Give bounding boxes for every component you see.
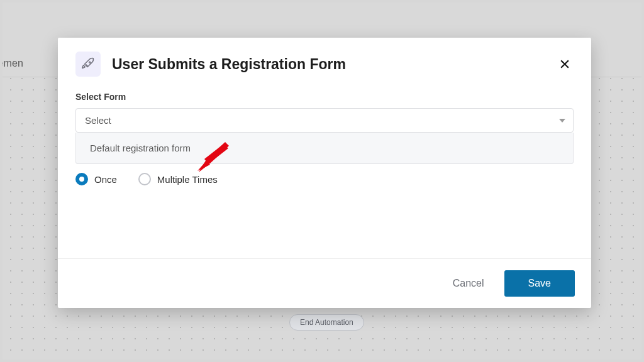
form-select-dropdown: Default registration form <box>75 133 574 164</box>
form-select-value: Select <box>76 109 573 132</box>
radio-multiple-label: Multiple Times <box>157 174 218 185</box>
radio-once[interactable]: Once <box>75 173 117 185</box>
trigger-config-modal: User Submits a Registration Form Select … <box>58 38 591 308</box>
form-option-label: Default registration form <box>90 143 191 153</box>
radio-once-label: Once <box>94 174 117 185</box>
close-button[interactable] <box>556 55 574 73</box>
form-select[interactable]: Select <box>75 108 574 133</box>
svg-marker-3 <box>559 119 565 123</box>
run-frequency-group: Once Multiple Times <box>75 173 574 185</box>
save-button[interactable]: Save <box>504 270 575 297</box>
select-form-label: Select Form <box>75 92 574 102</box>
modal-footer: Cancel Save <box>58 258 591 308</box>
radio-indicator-multiple <box>138 173 151 185</box>
end-automation-pill[interactable]: End Automation <box>289 314 364 331</box>
close-icon <box>558 58 571 70</box>
end-automation-label: End Automation <box>300 318 353 327</box>
rocket-icon <box>75 52 101 77</box>
svg-point-0 <box>89 62 91 63</box>
modal-body: Select Form Select Default registration … <box>58 83 591 258</box>
modal-title: User Submits a Registration Form <box>112 56 545 73</box>
form-option-default-registration[interactable]: Default registration form <box>76 133 573 163</box>
radio-indicator-once <box>75 173 88 185</box>
radio-multiple-times[interactable]: Multiple Times <box>138 173 218 185</box>
cancel-button[interactable]: Cancel <box>447 273 491 294</box>
modal-header: User Submits a Registration Form <box>58 38 591 83</box>
truncated-sidebar-label: ngagemen <box>3 58 23 69</box>
chevron-down-icon <box>559 115 565 126</box>
